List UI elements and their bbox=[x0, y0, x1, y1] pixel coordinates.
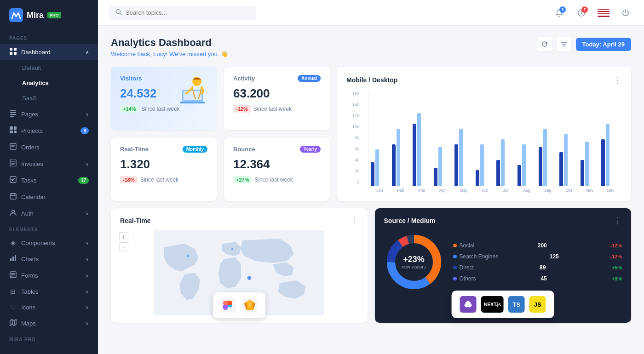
stats-grid: Visitors 24.532 +14% Since last week bbox=[111, 67, 631, 201]
sidebar-label-forms: Forms bbox=[21, 272, 38, 279]
sidebar-item-pages[interactable]: Pages ∨ bbox=[0, 106, 98, 122]
light-bar-oct bbox=[564, 134, 568, 186]
sidebar-item-analytics[interactable]: Analytics bbox=[0, 75, 98, 91]
bar-group-mar bbox=[413, 113, 431, 186]
source-chg-direct: +5% bbox=[612, 265, 622, 270]
source-menu-btn[interactable]: ⋮ bbox=[614, 216, 622, 226]
bar-labels: JanFebMarAprMayJunJulAugSepOctNovDec bbox=[368, 188, 622, 193]
sidebar-item-orders[interactable]: Orders bbox=[0, 139, 98, 155]
logo-text: Mira bbox=[27, 11, 44, 20]
chart-area: 0 20 40 60 80 100 120 140 160 bbox=[346, 91, 622, 193]
date-btn[interactable]: Today: April 29 bbox=[576, 38, 631, 51]
svg-rect-5 bbox=[10, 110, 16, 111]
search-box[interactable] bbox=[109, 6, 256, 20]
sidebar-item-components[interactable]: ◈ Components ∨ bbox=[0, 235, 98, 251]
sidebar-item-calendar[interactable]: Calendar bbox=[0, 188, 98, 205]
sidebar-label-invoices: Invoices bbox=[21, 160, 43, 167]
sidebar-item-projects[interactable]: Projects 8 bbox=[0, 122, 98, 139]
activity-change: -12% bbox=[233, 105, 251, 113]
bar-group-feb bbox=[392, 129, 411, 186]
sidebar-label-pages: Pages bbox=[21, 111, 38, 118]
source-chg-social: -12% bbox=[610, 243, 622, 248]
logo-icon bbox=[9, 8, 23, 22]
svg-rect-20 bbox=[15, 255, 16, 261]
map-menu-btn[interactable]: ⋮ bbox=[350, 216, 358, 226]
source-val-direct: 89 bbox=[540, 264, 546, 271]
refresh-btn[interactable] bbox=[537, 37, 552, 51]
activity-value: 63.200 bbox=[233, 86, 321, 101]
dark-bar-apr bbox=[434, 168, 437, 186]
sidebar-item-tables[interactable]: ⊟ Tables ∨ bbox=[0, 284, 98, 299]
sidebar-item-label: Dashboard bbox=[21, 49, 51, 56]
sidebar-item-invoices[interactable]: Invoices ∨ bbox=[0, 155, 98, 172]
pages-chevron: ∨ bbox=[86, 112, 89, 117]
dark-bar-oct bbox=[559, 152, 563, 186]
dark-bar-sep bbox=[539, 147, 542, 186]
bars-area: JanFebMarAprMayJunJulAugSepOctNovDec bbox=[368, 91, 622, 193]
sidebar-item-saas[interactable]: SaaS bbox=[0, 91, 98, 106]
source-chg-search: -12% bbox=[610, 254, 622, 259]
projects-badge: 8 bbox=[80, 127, 89, 134]
icons-icon: ♡ bbox=[9, 303, 17, 311]
source-list: Social 200 -12% Search Engines 125 -12% bbox=[453, 242, 622, 282]
chart-menu-btn[interactable]: ⋮ bbox=[614, 75, 622, 85]
invoices-chevron: ∨ bbox=[86, 161, 89, 166]
section-mira-pro-label: MIRA PRO bbox=[0, 331, 98, 345]
sidebar-item-auth[interactable]: Auth ∨ bbox=[0, 205, 98, 222]
source-content: +23% new visitors Social 200 -12% bbox=[384, 232, 622, 292]
dark-bar-may bbox=[454, 144, 458, 186]
bar-group-jun bbox=[476, 144, 494, 186]
svg-point-35 bbox=[231, 248, 233, 250]
donut-sub: new visitors bbox=[402, 264, 426, 269]
tasks-badge: 17 bbox=[78, 177, 89, 184]
bar-group-dec bbox=[601, 124, 620, 186]
bar-group-may bbox=[454, 129, 473, 186]
dark-bar-jun bbox=[476, 170, 479, 186]
flag-btn[interactable] bbox=[596, 6, 611, 20]
sidebar-item-icons[interactable]: ♡ Icons ∨ bbox=[0, 299, 98, 315]
sidebar-label-orders: Orders bbox=[21, 144, 40, 151]
source-card: Source / Medium ⋮ bbox=[375, 208, 632, 323]
pages-icon bbox=[9, 110, 17, 118]
page-title: Analytics Dashboard bbox=[111, 37, 228, 49]
dark-bar-dec bbox=[601, 139, 605, 186]
source-dot-search bbox=[453, 255, 457, 258]
sidebar-item-maps[interactable]: Maps ∨ bbox=[0, 315, 98, 331]
sketch-logo bbox=[242, 298, 257, 313]
sidebar-item-forms[interactable]: Forms ∨ bbox=[0, 267, 98, 284]
mobile-desktop-chart: Mobile / Desktop ⋮ 0 20 40 60 80 100 120… bbox=[337, 67, 631, 201]
sidebar-item-dashboard[interactable]: Dashboard ∧ bbox=[0, 44, 98, 60]
bounce-footer: +27% Since last week bbox=[233, 176, 321, 183]
charts-icon bbox=[9, 255, 17, 263]
forms-chevron: ∨ bbox=[86, 273, 89, 278]
map-zoom-in[interactable]: + bbox=[119, 232, 128, 241]
bottom-section: Real-Time ⋮ + − bbox=[111, 208, 631, 323]
search-icon bbox=[115, 9, 122, 17]
svg-rect-9 bbox=[10, 126, 13, 130]
sidebar-label-calendar: Calendar bbox=[21, 194, 46, 200]
notifications-btn[interactable]: 3 bbox=[552, 6, 567, 20]
source-title: Source / Medium bbox=[384, 217, 436, 224]
map-zoom-out[interactable]: − bbox=[119, 242, 128, 251]
sidebar-item-tasks[interactable]: Tasks 17 bbox=[0, 172, 98, 188]
javascript-logo: JS bbox=[529, 296, 546, 313]
bar-group-oct bbox=[559, 134, 578, 186]
filter-btn[interactable] bbox=[557, 37, 571, 51]
sidebar-item-default[interactable]: Default bbox=[0, 60, 98, 75]
sidebar: Mira PRO PAGES Dashboard ∧ Default Analy… bbox=[0, 0, 98, 354]
orders-icon bbox=[9, 143, 17, 151]
dark-bar-aug bbox=[518, 165, 521, 186]
bell-btn[interactable]: 7 bbox=[574, 6, 589, 20]
tech-card-stack: NEXT.js TS JS bbox=[452, 291, 554, 318]
power-btn[interactable] bbox=[618, 6, 633, 20]
bar-chart-container bbox=[368, 91, 622, 186]
source-row-direct: Direct 89 +5% bbox=[453, 264, 622, 271]
svg-rect-4 bbox=[14, 52, 17, 55]
light-bar-dec bbox=[606, 124, 610, 186]
sidebar-label-projects: Projects bbox=[21, 127, 43, 134]
source-val-search: 125 bbox=[550, 253, 559, 260]
visitors-footer: +14% Since last week bbox=[120, 105, 207, 113]
search-input[interactable] bbox=[126, 9, 250, 16]
sidebar-item-charts[interactable]: Charts ∨ bbox=[0, 251, 98, 267]
svg-rect-2 bbox=[14, 48, 17, 51]
